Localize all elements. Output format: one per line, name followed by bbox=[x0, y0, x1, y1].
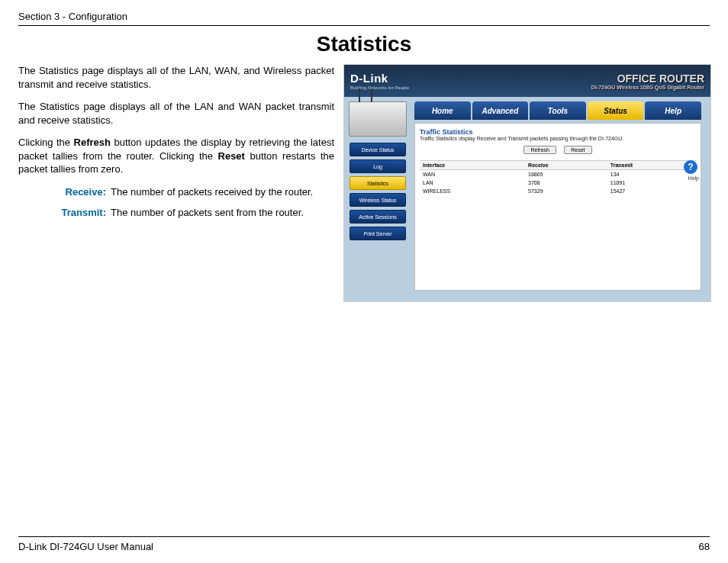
cell: 15427 bbox=[607, 187, 696, 195]
tab-row: Home Advanced Tools Status Help bbox=[414, 101, 701, 120]
cell: 134 bbox=[607, 170, 696, 179]
col-receive: Receive bbox=[525, 161, 607, 170]
help-label: Help bbox=[688, 175, 699, 181]
router-image bbox=[349, 101, 407, 137]
tab-home[interactable]: Home bbox=[414, 101, 471, 120]
antenna-icon bbox=[359, 88, 360, 102]
footer: D-Link DI-724GU User Manual 68 bbox=[18, 541, 710, 552]
stats-table: Interface Receive Transmit WAN 18865 134 bbox=[420, 160, 696, 195]
dlink-logo: D-Link bbox=[350, 72, 388, 85]
cell: LAN bbox=[420, 179, 525, 187]
table-row: LAN 3708 11091 bbox=[420, 179, 696, 187]
panel-desc: Traffic Statistics display Receive and T… bbox=[420, 136, 696, 141]
router-screenshot: D-Link Building Networks for People OFFI… bbox=[343, 64, 711, 302]
product-name: OFFICE ROUTER DI-724GU Wireless 108G QoS… bbox=[591, 72, 704, 90]
p3-a: Clicking the bbox=[18, 137, 74, 148]
p3-reset: Reset bbox=[218, 150, 245, 162]
cell: 3708 bbox=[525, 179, 607, 187]
cell: WAN bbox=[420, 170, 525, 179]
col-transmit: Transmit bbox=[607, 161, 696, 170]
intro-para-3: Clicking the Refresh button updates the … bbox=[18, 136, 334, 176]
bottom-rule bbox=[18, 536, 710, 537]
panel-title: Traffic Statistics bbox=[420, 128, 696, 136]
cell: 11091 bbox=[607, 179, 696, 187]
cell: WIRELESS bbox=[420, 187, 525, 195]
help-icon[interactable]: ? bbox=[684, 160, 697, 174]
tab-tools[interactable]: Tools bbox=[530, 101, 586, 120]
table-row: WAN 18865 134 bbox=[420, 170, 696, 179]
banner: D-Link Building Networks for People OFFI… bbox=[344, 65, 710, 97]
sidebar-item-print-server[interactable]: Print Server bbox=[350, 227, 406, 240]
stats-panel: Traffic Statistics Traffic Statistics di… bbox=[414, 123, 701, 291]
sidebar-item-active-sessions[interactable]: Active Sessions bbox=[350, 210, 406, 224]
p3-refresh: Refresh bbox=[74, 137, 111, 148]
tab-status[interactable]: Status bbox=[588, 101, 644, 120]
table-row: WIRELESS 57329 15427 bbox=[420, 187, 696, 195]
sidebar-item-log[interactable]: Log bbox=[350, 159, 406, 173]
cell: 18865 bbox=[525, 170, 607, 179]
footer-page: 68 bbox=[699, 541, 710, 552]
top-rule bbox=[18, 25, 710, 26]
sidebar-item-device-status[interactable]: Device Status bbox=[350, 143, 406, 156]
def-transmit-label: Transmit: bbox=[18, 206, 106, 220]
def-transmit-text: The number of packets sent from the rout… bbox=[111, 206, 334, 220]
def-receive-label: Receive: bbox=[18, 185, 106, 199]
tab-advanced[interactable]: Advanced bbox=[472, 101, 529, 120]
section-header: Section 3 - Configuration bbox=[18, 11, 710, 22]
intro-para-2: The Statistics page displays all of the … bbox=[18, 100, 334, 127]
intro-para-1: The Statistics page displays all of the … bbox=[18, 64, 334, 91]
tab-help[interactable]: Help bbox=[645, 101, 701, 120]
reset-button[interactable]: Reset bbox=[564, 146, 591, 154]
page-title: Statistics bbox=[18, 32, 710, 56]
antenna-icon bbox=[371, 88, 372, 102]
table-header-row: Interface Receive Transmit bbox=[420, 161, 696, 170]
def-receive-text: The number of packets received by the ro… bbox=[111, 185, 334, 199]
product-sub: DI-724GU Wireless 108G QoS Gigabit Route… bbox=[591, 85, 704, 90]
refresh-button[interactable]: Refresh bbox=[523, 146, 556, 154]
cell: 57329 bbox=[525, 187, 607, 195]
sidebar-item-wireless-status[interactable]: Wireless Status bbox=[350, 193, 406, 207]
sidebar-item-statistics[interactable]: Statistics bbox=[350, 176, 406, 190]
col-interface: Interface bbox=[420, 161, 525, 170]
main-panel: Home Advanced Tools Status Help Traffic … bbox=[411, 97, 710, 301]
footer-left: D-Link DI-724GU User Manual bbox=[18, 541, 153, 552]
sidebar: Device Status Log Statistics Wireless St… bbox=[344, 97, 411, 301]
